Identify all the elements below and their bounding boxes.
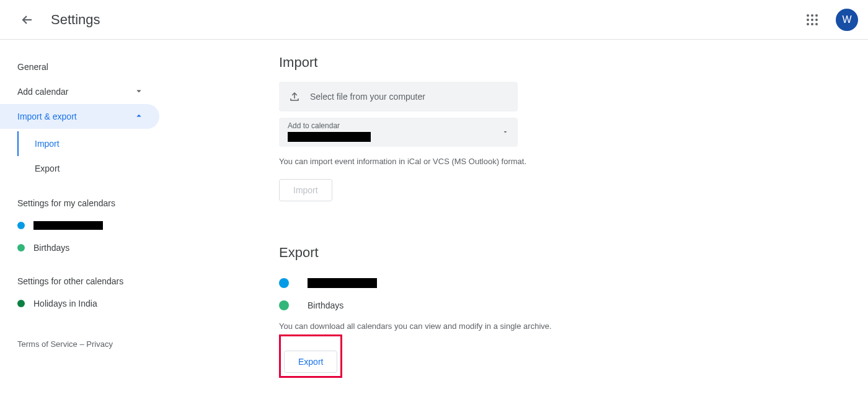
sidebar-item-general[interactable]: General <box>0 55 159 79</box>
back-button[interactable] <box>15 7 40 32</box>
calendar-color-dot <box>17 300 25 307</box>
select-file-button[interactable]: Select file from your computer <box>279 82 518 111</box>
import-section: Import Select file from your computer Ad… <box>279 55 822 201</box>
chevron-up-icon <box>133 110 144 123</box>
export-calendar-list: Birthdays <box>279 272 822 317</box>
sidebar-item-label: Import & export <box>17 111 77 121</box>
calendar-color-dot <box>279 278 289 288</box>
sidebar-subitem-label: Import <box>35 139 60 149</box>
terms-link[interactable]: Terms of Service <box>17 339 78 349</box>
apps-launcher-button[interactable] <box>800 7 825 32</box>
calendar-row[interactable]: Birthdays <box>0 237 164 259</box>
export-button[interactable]: Export <box>284 351 337 373</box>
calendar-name <box>308 278 377 288</box>
page-title: Settings <box>51 12 100 28</box>
add-to-calendar-label: Add to calendar <box>288 121 509 130</box>
import-title: Import <box>279 55 822 71</box>
calendar-color-dot <box>17 222 25 229</box>
export-title: Export <box>279 245 822 261</box>
sidebar-heading-my-calendars: Settings for my calendars <box>0 198 164 208</box>
sidebar-subitem-import[interactable]: Import <box>17 131 164 156</box>
calendar-name: Birthdays <box>33 243 69 253</box>
export-calendar-row: Birthdays <box>279 294 822 317</box>
calendar-name: Holidays in India <box>33 299 97 308</box>
sidebar-item-import-export[interactable]: Import & export <box>0 104 159 129</box>
upload-icon <box>289 91 300 102</box>
export-help-text: You can download all calendars you can v… <box>279 320 822 333</box>
main-content: Import Select file from your computer Ad… <box>164 40 846 402</box>
sidebar-item-label: Add calendar <box>17 87 69 97</box>
import-help-text: You can import event information in iCal… <box>279 155 822 168</box>
calendar-color-dot <box>17 244 25 251</box>
export-calendar-row <box>279 272 822 294</box>
privacy-link[interactable]: Privacy <box>86 339 113 349</box>
export-section: Export Birthdays You can download all ca… <box>279 245 822 378</box>
import-button[interactable]: Import <box>279 179 332 201</box>
sidebar-item-label: General <box>17 62 48 72</box>
header-right: W <box>800 7 858 32</box>
calendar-row[interactable] <box>0 214 164 237</box>
calendar-name <box>33 221 103 230</box>
export-button-label: Export <box>298 357 323 367</box>
add-to-calendar-select[interactable]: Add to calendar <box>279 118 518 147</box>
calendar-color-dot <box>279 300 289 310</box>
chevron-down-icon <box>133 85 144 98</box>
sidebar-subitem-label: Export <box>35 164 60 173</box>
header-bar: Settings W <box>0 0 868 40</box>
add-to-calendar-value <box>288 132 371 142</box>
export-highlight: Export <box>279 334 342 378</box>
sidebar-subitem-export[interactable]: Export <box>17 156 164 181</box>
footer-sep: – <box>78 339 86 349</box>
footer-links: Terms of Service – Privacy <box>0 315 164 355</box>
sidebar-item-add-calendar[interactable]: Add calendar <box>0 79 159 104</box>
apps-grid-icon <box>807 14 818 25</box>
sidebar-sublist: Import Export <box>0 131 164 181</box>
calendar-name: Birthdays <box>308 300 343 310</box>
sidebar: General Add calendar Import & export Imp… <box>0 40 164 402</box>
account-avatar[interactable]: W <box>836 9 858 31</box>
calendar-row[interactable]: Holidays in India <box>0 292 164 315</box>
sidebar-heading-other-calendars: Settings for other calendars <box>0 276 164 286</box>
header-left: Settings <box>15 7 100 32</box>
select-file-label: Select file from your computer <box>310 92 425 102</box>
import-button-label: Import <box>293 185 318 195</box>
arrow-left-icon <box>20 12 35 27</box>
dropdown-icon <box>502 128 509 138</box>
